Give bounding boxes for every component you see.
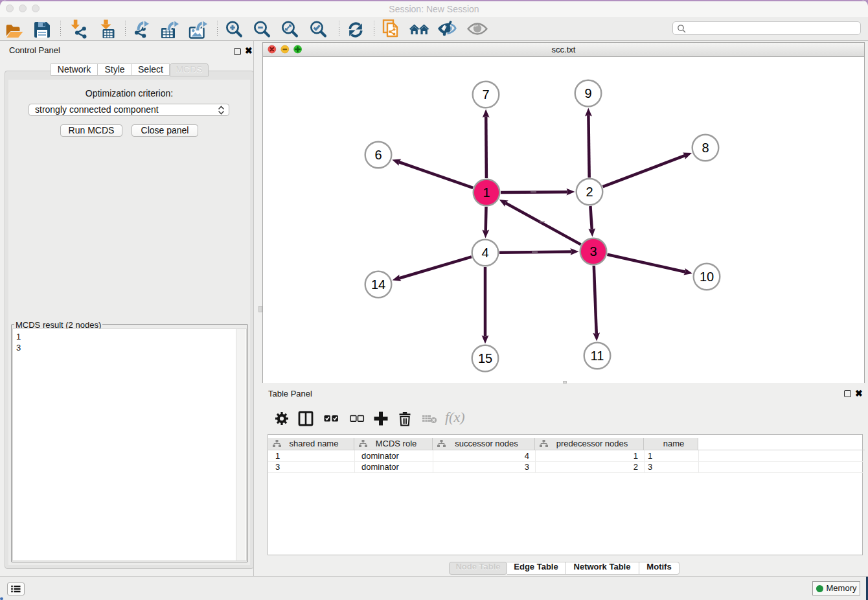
svg-text:15: 15 <box>478 351 492 365</box>
svg-text:7: 7 <box>482 87 489 102</box>
svg-text:9: 9 <box>584 86 591 100</box>
svg-text:8: 8 <box>702 141 709 155</box>
svg-text:6: 6 <box>374 148 382 162</box>
svg-text:11: 11 <box>591 349 604 363</box>
svg-text:4: 4 <box>481 246 488 260</box>
svg-text:10: 10 <box>700 270 714 284</box>
svg-text:14: 14 <box>371 277 385 292</box>
svg-text:2: 2 <box>586 185 593 199</box>
svg-text:3: 3 <box>589 244 597 259</box>
svg-text:1: 1 <box>483 185 490 200</box>
